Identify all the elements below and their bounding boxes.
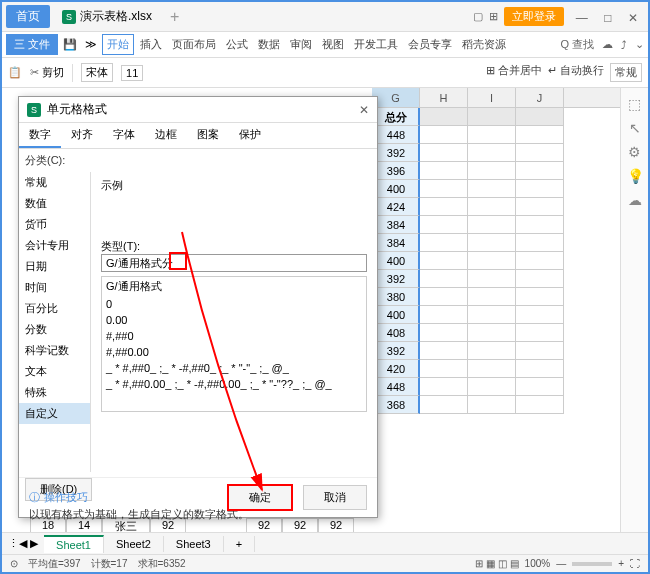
chevron-icon[interactable]: ⌄: [635, 38, 644, 51]
home-button[interactable]: 首页: [6, 5, 50, 28]
dialog-tab-pattern[interactable]: 图案: [187, 123, 229, 148]
menu-layout[interactable]: 页面布局: [168, 34, 220, 55]
cut-button[interactable]: ✂ 剪切: [30, 65, 64, 80]
menu-formula[interactable]: 公式: [222, 34, 252, 55]
category-item[interactable]: 特殊: [19, 382, 90, 403]
data-cell[interactable]: 392: [372, 144, 420, 162]
wrap-button[interactable]: ↵ 自动换行: [548, 63, 604, 82]
style-select[interactable]: 常规: [610, 63, 642, 82]
login-button[interactable]: 立即登录: [504, 7, 564, 26]
minimize-button[interactable]: —: [570, 11, 594, 25]
cloud-icon[interactable]: ☁: [602, 38, 613, 51]
side-arrow-icon[interactable]: ↖: [627, 120, 643, 136]
new-tab-button[interactable]: +: [164, 8, 185, 26]
data-cell[interactable]: 380: [372, 288, 420, 306]
maximize-button[interactable]: □: [598, 11, 617, 25]
cancel-button[interactable]: 取消: [303, 485, 367, 510]
category-item[interactable]: 会计专用: [19, 235, 90, 256]
share-icon[interactable]: ⤴: [621, 39, 627, 51]
dialog-tab-border[interactable]: 边框: [145, 123, 187, 148]
side-settings-icon[interactable]: ⚙: [627, 144, 643, 160]
font-select[interactable]: 宋体: [81, 63, 113, 82]
col-header-j[interactable]: J: [516, 88, 564, 107]
format-item[interactable]: G/通用格式: [102, 277, 366, 296]
menu-dev[interactable]: 开发工具: [350, 34, 402, 55]
sheet-nav[interactable]: ⋮◀ ▶: [2, 537, 44, 550]
zoom-slider[interactable]: [572, 562, 612, 566]
format-item[interactable]: #,##0.00: [102, 344, 366, 360]
menu-view[interactable]: 视图: [318, 34, 348, 55]
data-cell[interactable]: 392: [372, 270, 420, 288]
format-item[interactable]: #,##0: [102, 328, 366, 344]
data-cell[interactable]: 384: [372, 216, 420, 234]
close-button[interactable]: ✕: [622, 11, 644, 25]
data-cell[interactable]: 400: [372, 306, 420, 324]
dialog-tab-number[interactable]: 数字: [19, 123, 61, 148]
side-cloud-icon[interactable]: ☁: [627, 192, 643, 208]
menu-start[interactable]: 开始: [102, 34, 134, 55]
sheet-tab-3[interactable]: Sheet3: [164, 536, 224, 552]
data-cell[interactable]: 448: [372, 126, 420, 144]
menu-insert[interactable]: 插入: [136, 34, 166, 55]
data-cell[interactable]: 448: [372, 378, 420, 396]
dialog-tab-font[interactable]: 字体: [103, 123, 145, 148]
category-list[interactable]: 常规数值货币会计专用日期时间百分比分数科学记数文本特殊自定义: [19, 172, 91, 472]
view-icons[interactable]: ⊞ ▦ ◫ ▤: [475, 558, 518, 569]
category-item[interactable]: 自定义: [19, 403, 90, 424]
status-control-icon[interactable]: ⊙: [10, 558, 18, 569]
category-item[interactable]: 常规: [19, 172, 90, 193]
sheet-tab-1[interactable]: Sheet1: [44, 535, 104, 553]
dialog-close-button[interactable]: ✕: [359, 103, 369, 117]
menu-review[interactable]: 审阅: [286, 34, 316, 55]
side-bulb-icon[interactable]: 💡: [627, 168, 643, 184]
format-item[interactable]: _ * #,##0_ ;_ * -#,##0_ ;_ * "-"_ ;_ @_: [102, 360, 366, 376]
more-icon[interactable]: ≫: [82, 38, 100, 51]
category-item[interactable]: 文本: [19, 361, 90, 382]
sheet-tab-2[interactable]: Sheet2: [104, 536, 164, 552]
data-cell[interactable]: 400: [372, 252, 420, 270]
data-cell[interactable]: 396: [372, 162, 420, 180]
category-item[interactable]: 货币: [19, 214, 90, 235]
file-tab[interactable]: S 演示表格.xlsx: [54, 5, 160, 28]
category-item[interactable]: 百分比: [19, 298, 90, 319]
window-icon[interactable]: ▢: [473, 10, 483, 23]
data-cell[interactable]: 420: [372, 360, 420, 378]
data-cell[interactable]: 368: [372, 396, 420, 414]
sheet-add[interactable]: +: [224, 536, 255, 552]
side-select-icon[interactable]: ⬚: [627, 96, 643, 112]
font-size[interactable]: 11: [121, 65, 143, 81]
data-cell[interactable]: 392: [372, 342, 420, 360]
dialog-tab-align[interactable]: 对齐: [61, 123, 103, 148]
data-cell[interactable]: 408: [372, 324, 420, 342]
format-item[interactable]: 0: [102, 296, 366, 312]
category-item[interactable]: 分数: [19, 319, 90, 340]
menu-data[interactable]: 数据: [254, 34, 284, 55]
tips-link[interactable]: ⓘ 操作技巧: [29, 490, 88, 505]
format-item[interactable]: 0.00: [102, 312, 366, 328]
data-cell[interactable]: 424: [372, 198, 420, 216]
menu-resources[interactable]: 稻壳资源: [458, 34, 510, 55]
category-item[interactable]: 日期: [19, 256, 90, 277]
ok-button[interactable]: 确定: [227, 484, 293, 511]
header-cell[interactable]: 总分: [372, 108, 420, 126]
file-menu[interactable]: 三 文件: [6, 34, 58, 55]
col-header-i[interactable]: I: [468, 88, 516, 107]
merge-button[interactable]: ⊞ 合并居中: [486, 63, 542, 82]
zoom-out[interactable]: —: [556, 558, 566, 569]
grid-icon[interactable]: ⊞: [489, 10, 498, 23]
format-item[interactable]: _ * #,##0.00_ ;_ * -#,##0.00_ ;_ * "-"??…: [102, 376, 366, 392]
format-list[interactable]: G/通用格式00.00#,##0#,##0.00_ * #,##0_ ;_ * …: [101, 276, 367, 412]
category-item[interactable]: 时间: [19, 277, 90, 298]
type-input[interactable]: [101, 254, 367, 272]
paste-icon[interactable]: 📋: [8, 66, 22, 79]
dialog-tab-protect[interactable]: 保护: [229, 123, 271, 148]
menu-vip[interactable]: 会员专享: [404, 34, 456, 55]
save-icon[interactable]: 💾: [60, 38, 80, 51]
data-cell[interactable]: 384: [372, 234, 420, 252]
fullscreen-icon[interactable]: ⛶: [630, 558, 640, 569]
search-link[interactable]: Q 查找: [560, 37, 594, 52]
col-header-g[interactable]: G: [372, 88, 420, 107]
zoom-in[interactable]: +: [618, 558, 624, 569]
data-cell[interactable]: 400: [372, 180, 420, 198]
category-item[interactable]: 科学记数: [19, 340, 90, 361]
